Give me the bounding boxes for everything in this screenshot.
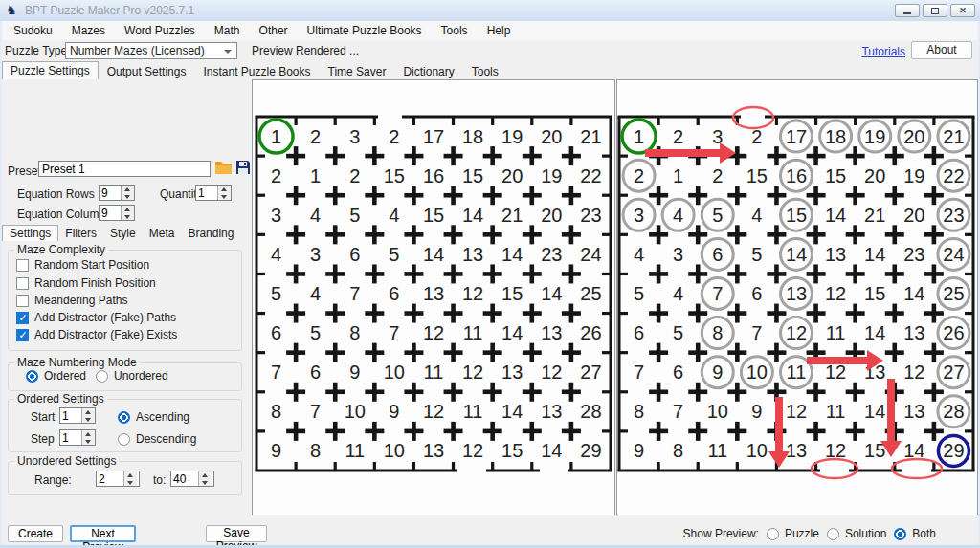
svg-text:13: 13: [903, 401, 924, 422]
spin-up-button[interactable]: [124, 471, 137, 479]
equation-columns-stepper[interactable]: [99, 205, 135, 221]
save-preview-button[interactable]: Save Preview: [206, 525, 267, 542]
close-button[interactable]: ✕: [950, 4, 975, 17]
checkbox-random-start-position[interactable]: Random Start Position: [16, 258, 149, 272]
menu-item-ultimate-puzzle-books[interactable]: Ultimate Puzzle Books: [298, 21, 432, 40]
radio-show-puzzle[interactable]: Puzzle: [767, 527, 819, 540]
svg-text:2: 2: [349, 165, 360, 186]
svg-text:15: 15: [746, 165, 768, 186]
checkbox-meandering-paths[interactable]: Meandering Paths: [16, 294, 127, 307]
menu-item-help[interactable]: Help: [478, 21, 521, 40]
spin-up-button[interactable]: [122, 206, 134, 213]
range-from-value[interactable]: [97, 471, 123, 486]
svg-text:15: 15: [825, 165, 846, 186]
window-title: BPT Puzzle Maker Pro v2025.7.1: [25, 4, 194, 17]
radio-show-both[interactable]: Both: [894, 527, 936, 540]
checkbox-checked-icon: [16, 312, 29, 324]
menu-item-sudoku[interactable]: Sudoku: [4, 21, 62, 40]
radio-ascending[interactable]: Ascending: [118, 410, 189, 424]
quantity-value[interactable]: [196, 186, 217, 200]
spin-down-button[interactable]: [218, 193, 231, 201]
equation-rows-stepper[interactable]: [99, 185, 135, 201]
spin-up-button[interactable]: [218, 186, 231, 193]
minimize-button[interactable]: [895, 4, 920, 17]
open-preset-button[interactable]: [214, 160, 233, 177]
checkbox-random-finish-position[interactable]: Random Finish Position: [16, 276, 156, 290]
spin-down-button[interactable]: [122, 193, 134, 201]
subtab-branding[interactable]: Branding: [181, 227, 240, 241]
menu-item-word-puzzles[interactable]: Word Puzzles: [115, 21, 205, 40]
about-button[interactable]: About: [911, 41, 972, 59]
svg-text:17: 17: [423, 126, 444, 147]
start-stepper[interactable]: [59, 407, 96, 424]
spin-up-button[interactable]: [199, 471, 212, 479]
tab-puzzle-settings[interactable]: Puzzle Settings: [2, 61, 99, 79]
svg-text:12: 12: [786, 401, 807, 422]
svg-text:23: 23: [943, 205, 964, 226]
menu-item-other[interactable]: Other: [250, 21, 298, 40]
create-button[interactable]: Create: [8, 525, 63, 542]
preset-input[interactable]: [38, 161, 211, 177]
svg-text:14: 14: [864, 244, 885, 265]
range-to-value[interactable]: [171, 471, 198, 486]
svg-text:9: 9: [634, 440, 644, 461]
subtab-settings[interactable]: Settings: [2, 225, 58, 241]
svg-text:18: 18: [462, 126, 483, 147]
svg-text:20: 20: [541, 126, 562, 147]
menu-item-mazes[interactable]: Mazes: [62, 21, 115, 40]
tab-instant-puzzle-books[interactable]: Instant Puzzle Books: [194, 63, 319, 79]
menu-item-math[interactable]: Math: [205, 21, 250, 40]
maximize-button[interactable]: [923, 4, 947, 17]
subtab-style[interactable]: Style: [103, 227, 143, 241]
svg-text:20: 20: [903, 205, 924, 226]
svg-text:6: 6: [751, 283, 762, 304]
svg-text:14: 14: [903, 283, 924, 304]
show-preview-label: Show Preview:: [683, 527, 759, 540]
subtab-filters[interactable]: Filters: [58, 227, 103, 241]
spin-down-button[interactable]: [199, 479, 212, 487]
range-from-stepper[interactable]: [96, 471, 140, 487]
tutorials-link[interactable]: Tutorials: [861, 45, 905, 58]
checkbox-add-distractor-paths[interactable]: Add Distractor (Fake) Paths: [16, 311, 176, 324]
tab-time-saver[interactable]: Time Saver: [320, 63, 395, 79]
svg-text:12: 12: [541, 362, 562, 383]
tab-output-settings[interactable]: Output Settings: [99, 63, 195, 79]
spin-up-button[interactable]: [82, 430, 95, 438]
spin-up-button[interactable]: [82, 408, 95, 416]
spin-down-button[interactable]: [82, 438, 95, 446]
step-stepper[interactable]: [59, 429, 96, 446]
radio-label: Descending: [136, 432, 196, 446]
spin-up-button[interactable]: [122, 186, 134, 193]
tab-dictionary[interactable]: Dictionary: [394, 63, 462, 79]
svg-text:20: 20: [541, 205, 562, 226]
spin-down-button[interactable]: [82, 416, 95, 424]
tab-tools[interactable]: Tools: [463, 63, 507, 79]
radio-ordered[interactable]: Ordered: [26, 369, 86, 383]
range-to-stepper[interactable]: [170, 471, 214, 487]
checkbox-icon: [16, 295, 29, 307]
equation-columns-value[interactable]: [100, 206, 121, 220]
minimize-icon: [903, 12, 911, 14]
puzzle-type-select[interactable]: Number Mazes (Licensed): [65, 42, 237, 59]
svg-text:5: 5: [389, 244, 399, 265]
radio-unordered[interactable]: Unordered: [96, 369, 168, 383]
radio-descending[interactable]: Descending: [118, 432, 196, 446]
svg-text:8: 8: [271, 401, 281, 422]
svg-text:13: 13: [825, 244, 846, 265]
radio-show-solution[interactable]: Solution: [827, 527, 886, 540]
svg-text:19: 19: [501, 126, 523, 147]
svg-text:7: 7: [751, 322, 762, 343]
step-value[interactable]: [60, 430, 81, 445]
radio-label: Solution: [845, 527, 886, 540]
start-value[interactable]: [60, 408, 81, 423]
spin-down-button[interactable]: [122, 213, 134, 221]
quantity-stepper[interactable]: [195, 185, 232, 201]
spin-down-button[interactable]: [124, 479, 137, 487]
next-preview-button[interactable]: Next Preview: [70, 525, 136, 542]
subtab-meta[interactable]: Meta: [143, 227, 182, 241]
menu-item-tools[interactable]: Tools: [432, 21, 478, 40]
svg-text:14: 14: [462, 205, 483, 226]
equation-rows-value[interactable]: [100, 186, 121, 200]
svg-text:5: 5: [712, 205, 723, 226]
checkbox-add-distractor-exists[interactable]: Add Distractor (Fake) Exists: [16, 328, 177, 341]
